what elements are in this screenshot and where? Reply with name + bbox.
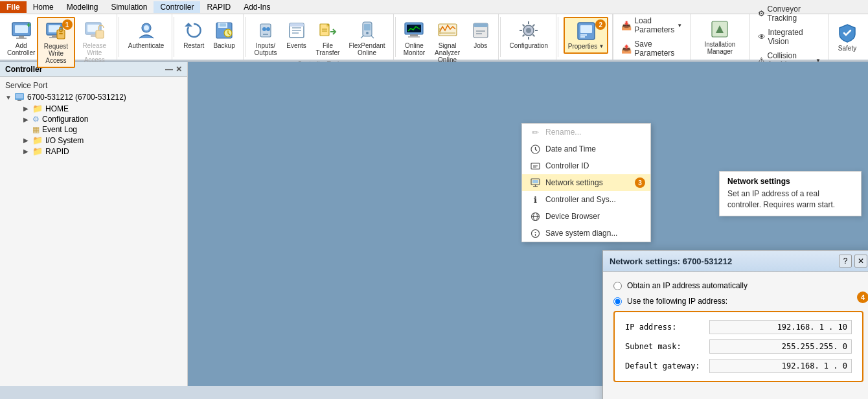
sidebar-controls: — ✕	[165, 65, 182, 74]
integrated-vision-label: Integrated Vision	[768, 28, 821, 46]
auto-ip-radio[interactable]	[613, 282, 622, 290]
events-label: Events	[286, 42, 306, 49]
configuration-item[interactable]: ▶ ⚙ Configuration	[3, 114, 185, 124]
home-item[interactable]: ▶ 📁 HOME	[3, 103, 185, 114]
inputs-outputs-button[interactable]: Inputs/Outputs	[251, 17, 281, 60]
integrated-vision-button[interactable]: 👁 Integrated Vision	[754, 26, 825, 48]
manual-ip-radio-row: Use the following IP address:	[613, 297, 863, 306]
authenticate-button[interactable]: Authenticate	[124, 17, 168, 52]
online-monitor-label: OnlineMonitor	[404, 42, 425, 56]
tooltip-title: Network settings	[727, 177, 853, 186]
device-browser-icon	[530, 211, 540, 222]
signal-analyzer-button[interactable]: Signal AnalyzerOnline	[429, 17, 465, 67]
flexpendant-button[interactable]: FlexPendantOnline	[345, 17, 389, 60]
sidebar-content: Service Port ▼ 6700-531212 (6700-531212)…	[0, 77, 187, 386]
rename-icon: ✏	[530, 127, 540, 137]
svg-rect-68	[532, 180, 538, 183]
ribbon-group-restart: Restart Backup	[176, 14, 244, 60]
dialog-close[interactable]: ✕	[854, 255, 867, 268]
svg-point-52	[526, 28, 531, 33]
controller-id-item[interactable]: Controller ID	[522, 157, 650, 174]
configuration-icon	[518, 20, 539, 41]
clock-icon	[530, 144, 540, 154]
installation-manager-icon	[709, 19, 730, 40]
menu-simulation[interactable]: Simulation	[104, 1, 154, 13]
backup-button[interactable]: Backup	[209, 17, 238, 52]
sidebar-close[interactable]: ✕	[176, 65, 182, 74]
svg-rect-11	[59, 33, 63, 34]
load-params-button[interactable]: 📥 Load Parameters ▼	[617, 14, 686, 36]
menu-home[interactable]: Home	[27, 1, 60, 13]
io-system-item[interactable]: ▶ 📁 I/O System	[3, 135, 185, 146]
dialog-title: Network settings: 6700-531212	[610, 256, 732, 266]
save-diag-icon	[530, 228, 540, 238]
release-write-access-button[interactable]: ReleaseWrite Access	[76, 17, 113, 67]
svg-text:+: +	[27, 21, 31, 30]
properties-button[interactable]: 2 Properties ▼	[564, 17, 609, 54]
step4-badge: 4	[857, 291, 868, 303]
add-controller-button[interactable]: + AddController	[6, 17, 36, 60]
network-icon	[530, 177, 540, 188]
menu-controller[interactable]: Controller	[154, 1, 200, 13]
subnet-row: Subnet mask:	[625, 339, 852, 354]
events-button[interactable]: Events	[282, 17, 311, 52]
request-write-access-label: RequestWrite Access	[41, 43, 70, 64]
svg-marker-18	[185, 23, 192, 27]
authenticate-icon	[136, 20, 157, 41]
event-log-item[interactable]: ▦ Event Log	[3, 124, 185, 135]
sidebar-minimize[interactable]: —	[165, 65, 173, 74]
svg-point-24	[262, 27, 266, 31]
file-transfer-button[interactable]: FileTransfer	[312, 17, 344, 60]
menu-modeling[interactable]: Modeling	[60, 1, 105, 13]
inputs-outputs-label: Inputs/Outputs	[255, 42, 277, 56]
rename-item[interactable]: ✏ Rename...	[522, 124, 650, 141]
properties-icon	[576, 21, 597, 41]
properties-label: Properties	[568, 43, 598, 50]
restart-icon	[183, 20, 204, 41]
svg-point-39	[366, 32, 369, 34]
save-params-button[interactable]: 📤 Save Parameters	[617, 38, 686, 60]
subnet-input[interactable]	[709, 339, 852, 354]
controller-root-item[interactable]: ▼ 6700-531212 (6700-531212)	[3, 91, 185, 103]
save-diag-item[interactable]: Save system diagn...	[522, 225, 650, 242]
date-time-item[interactable]: Date and Time	[522, 141, 650, 157]
controller-sys-item[interactable]: ℹ Controller and Sys...	[522, 191, 650, 208]
menu-addins[interactable]: Add-Ins	[237, 1, 277, 13]
rapid-item[interactable]: ▶ 📁 RAPID	[3, 146, 185, 157]
configuration-button[interactable]: Configuration	[506, 17, 552, 52]
online-monitor-button[interactable]: OnlineMonitor	[400, 17, 428, 60]
sep4	[395, 17, 396, 57]
configuration-label: Configuration	[42, 115, 88, 124]
controller-sys-label: Controller and Sys...	[545, 195, 616, 204]
gateway-input[interactable]	[709, 359, 852, 373]
menu-rapid[interactable]: RAPID	[200, 1, 237, 13]
controller-id-icon	[530, 161, 540, 171]
request-write-access-button[interactable]: 1 RequestWrite Access	[37, 17, 74, 68]
manual-ip-label: Use the following IP address:	[627, 297, 727, 306]
load-params-icon: 📥	[621, 21, 632, 30]
svg-point-74	[531, 229, 539, 237]
sep1	[119, 17, 119, 57]
backup-label: Backup	[213, 42, 234, 49]
network-settings-item[interactable]: 3 Network settings	[522, 174, 650, 191]
dialog-help[interactable]: ?	[839, 255, 852, 268]
menu-file[interactable]: File	[0, 1, 27, 13]
configuration-label: Configuration	[510, 42, 548, 49]
signal-analyzer-label: Signal AnalyzerOnline	[433, 42, 461, 63]
controller-id-label: Controller ID	[545, 161, 589, 170]
svg-rect-14	[91, 34, 96, 37]
jobs-button[interactable]: Jobs	[467, 17, 494, 52]
save-params-icon: 📤	[621, 44, 632, 54]
installation-manager-button[interactable]: Installation Manager	[694, 16, 745, 58]
safety-button[interactable]: Safety	[833, 19, 862, 55]
ip-address-input[interactable]	[709, 320, 852, 334]
file-transfer-label: FileTransfer	[316, 42, 340, 56]
restart-button[interactable]: Restart	[179, 17, 208, 52]
manual-ip-radio[interactable]	[613, 297, 622, 306]
menubar: File Home Modeling Simulation Controller…	[0, 0, 868, 14]
conveyor-tracking-button[interactable]: ⚙ Conveyor Tracking	[754, 3, 825, 25]
add-controller-icon: +	[11, 20, 32, 41]
device-browser-item[interactable]: Device Browser	[522, 208, 650, 225]
signal-analyzer-icon	[437, 20, 458, 41]
properties-arrow: ▼	[599, 43, 604, 49]
